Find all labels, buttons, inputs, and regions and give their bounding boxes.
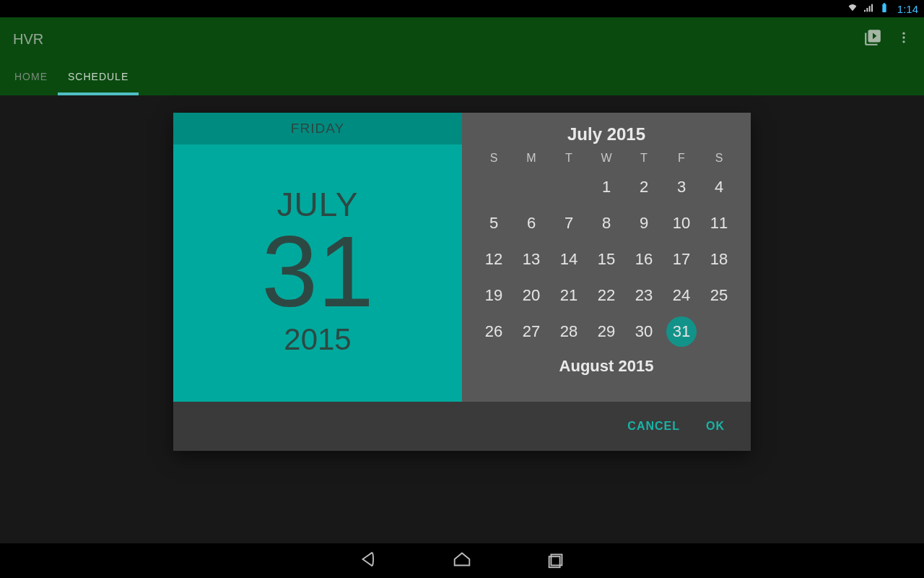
- calendar-day-cell[interactable]: 1: [588, 169, 625, 205]
- android-status-bar: 1:14: [0, 0, 924, 17]
- calendar-empty-cell: [513, 169, 550, 205]
- calendar-day-cell[interactable]: 21: [550, 277, 588, 314]
- selected-day-large[interactable]: 31: [261, 221, 374, 322]
- svg-point-2: [902, 40, 905, 43]
- calendar-day-cell[interactable]: 4: [700, 169, 738, 205]
- calendar-day-cell[interactable]: 18: [700, 241, 738, 277]
- calendar-day-cell[interactable]: 15: [588, 241, 625, 277]
- recents-icon[interactable]: [545, 548, 567, 573]
- calendar-day-cell[interactable]: 25: [700, 277, 738, 314]
- calendar-day-cell[interactable]: 5: [475, 205, 513, 241]
- calendar-day-cell[interactable]: 2: [625, 169, 663, 205]
- signal-icon: [863, 2, 874, 16]
- dialog-button-bar: CANCEL OK: [173, 402, 751, 451]
- calendar-day-cell[interactable]: 17: [663, 241, 700, 277]
- calendar-day-cell[interactable]: 31: [663, 314, 700, 350]
- calendar-day-cell[interactable]: 7: [550, 205, 588, 241]
- calendar-week-row: 567891011: [475, 205, 738, 241]
- video-library-icon[interactable]: [863, 28, 882, 51]
- back-icon[interactable]: [357, 548, 379, 573]
- calendar-day-cell[interactable]: 10: [663, 205, 700, 241]
- calendar-month-title: July 2015: [475, 120, 738, 152]
- weekday-header-cell: S: [700, 152, 738, 169]
- android-nav-bar: [0, 543, 924, 578]
- tab-bar: HOME SCHEDULE: [0, 61, 924, 95]
- date-picker-dialog: FRIDAY JULY 31 2015 July 2015 SMTWTFS 12…: [173, 113, 751, 451]
- weekday-header-cell: T: [625, 152, 663, 169]
- selected-weekday: FRIDAY: [173, 113, 462, 144]
- calendar-week-row: 1234: [475, 169, 738, 205]
- tab-schedule[interactable]: SCHEDULE: [58, 61, 139, 95]
- calendar-day-cell[interactable]: 3: [663, 169, 700, 205]
- wifi-icon: [847, 2, 858, 16]
- tab-home[interactable]: HOME: [4, 61, 58, 95]
- weekday-header-row: SMTWTFS: [475, 152, 738, 169]
- tab-label: SCHEDULE: [68, 71, 128, 82]
- calendar-day-cell[interactable]: 28: [550, 314, 588, 350]
- calendar-day-cell[interactable]: 29: [588, 314, 625, 350]
- calendar-day-cell[interactable]: 9: [625, 205, 663, 241]
- calendar-grid: July 2015 SMTWTFS 1234567891011121314151…: [462, 113, 751, 402]
- ok-button[interactable]: OK: [706, 420, 725, 433]
- home-icon[interactable]: [451, 548, 473, 573]
- calendar-empty-cell: [700, 314, 738, 350]
- calendar-empty-cell: [475, 169, 513, 205]
- calendar-day-cell[interactable]: 26: [475, 314, 513, 350]
- calendar-empty-cell: [550, 169, 588, 205]
- next-month-title: August 2015: [475, 350, 738, 380]
- app-action-bar: HVR: [0, 17, 924, 61]
- calendar-day-cell[interactable]: 12: [475, 241, 513, 277]
- tab-label: HOME: [14, 71, 48, 82]
- calendar-day-cell[interactable]: 22: [588, 277, 625, 314]
- calendar-day-cell[interactable]: 20: [513, 277, 550, 314]
- selected-year[interactable]: 2015: [284, 322, 351, 357]
- calendar-day-cell[interactable]: 6: [513, 205, 550, 241]
- weekday-header-cell: F: [663, 152, 700, 169]
- calendar-day-cell[interactable]: 27: [513, 314, 550, 350]
- date-picker-header: FRIDAY JULY 31 2015: [173, 113, 462, 402]
- calendar-day-cell[interactable]: 23: [625, 277, 663, 314]
- calendar-day-cell[interactable]: 11: [700, 205, 738, 241]
- cancel-button[interactable]: CANCEL: [627, 420, 680, 433]
- overflow-menu-icon[interactable]: [897, 28, 911, 51]
- weekday-header-cell: T: [550, 152, 588, 169]
- status-clock: 1:14: [897, 3, 918, 15]
- weekday-header-cell: W: [588, 152, 625, 169]
- weekday-header-cell: M: [513, 152, 550, 169]
- calendar-week-row: 12131415161718: [475, 241, 738, 277]
- calendar-day-cell[interactable]: 24: [663, 277, 700, 314]
- svg-point-1: [902, 36, 905, 38]
- weekday-header-cell: S: [475, 152, 513, 169]
- svg-point-0: [902, 32, 905, 34]
- calendar-day-cell[interactable]: 14: [550, 241, 588, 277]
- calendar-day-cell[interactable]: 19: [475, 277, 513, 314]
- calendar-week-row: 262728293031: [475, 314, 738, 350]
- calendar-day-cell[interactable]: 30: [625, 314, 663, 350]
- calendar-day-cell[interactable]: 8: [588, 205, 625, 241]
- app-title: HVR: [13, 31, 43, 48]
- calendar-day-cell[interactable]: 16: [625, 241, 663, 277]
- calendar-day-cell[interactable]: 13: [513, 241, 550, 277]
- calendar-week-row: 19202122232425: [475, 277, 738, 314]
- battery-icon: [879, 2, 890, 16]
